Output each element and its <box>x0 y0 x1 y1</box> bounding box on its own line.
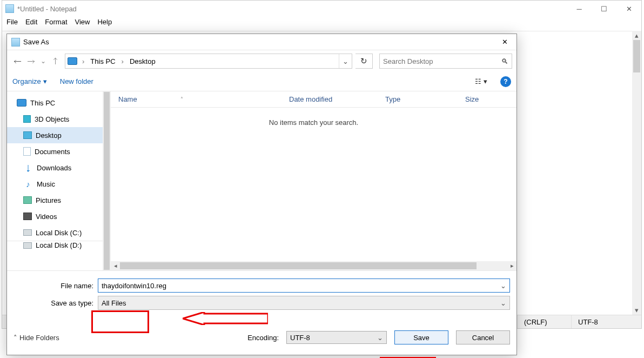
empty-message: No items match your search. <box>111 108 516 137</box>
nav-history-icon[interactable]: ⌄ <box>41 57 46 65</box>
nav-item-label: Music <box>37 180 55 188</box>
notepad-title: *Untitled - Notepad <box>17 5 77 13</box>
chevron-right-icon[interactable]: › <box>81 57 86 65</box>
nav-item-documents[interactable]: Documents <box>7 143 103 160</box>
nav-item-label: Desktop <box>36 131 62 140</box>
dialog-titlebar: Save As ✕ <box>7 34 516 50</box>
column-label: Name <box>118 95 137 103</box>
view-icon: ☷ <box>475 77 481 85</box>
search-box[interactable]: 🔍︎ <box>379 54 512 69</box>
nav-item-label: Pictures <box>36 196 61 204</box>
file-name-label: File name: <box>14 282 93 290</box>
search-icon[interactable]: 🔍︎ <box>501 57 508 65</box>
column-size[interactable]: Size <box>465 95 489 103</box>
dialog-icon <box>11 38 20 47</box>
chevron-down-icon: ▾ <box>43 77 47 85</box>
encoding-label: Encoding: <box>247 334 279 342</box>
dialog-bottom-bar: ˄ Hide Folders Encoding: UTF-8 ⌄ Save Ca… <box>7 316 516 351</box>
nav-pane-scrollbar[interactable] <box>103 91 111 270</box>
cancel-button[interactable]: Cancel <box>456 330 510 344</box>
sort-asc-icon: ˄ <box>180 96 183 102</box>
column-type[interactable]: Type <box>385 95 465 103</box>
pictures-icon <box>23 196 32 204</box>
notepad-icon <box>5 4 14 13</box>
nav-back-icon[interactable]: 🡐 <box>14 57 22 66</box>
scroll-thumb[interactable] <box>120 262 477 269</box>
notepad-vscrollbar[interactable]: ▴ ▾ <box>632 31 641 315</box>
nav-item-3d-objects[interactable]: 3D Objects <box>7 111 103 127</box>
refresh-button[interactable]: ↻ <box>355 54 373 69</box>
chevron-right-icon[interactable]: › <box>120 57 125 65</box>
column-date[interactable]: Date modified <box>289 95 385 103</box>
nav-item-label: Downloads <box>37 164 71 172</box>
status-encoding: UTF-8 <box>571 315 641 328</box>
scroll-thumb[interactable] <box>104 92 110 270</box>
close-button[interactable]: ✕ <box>616 1 641 17</box>
organize-label: Organize <box>12 77 41 85</box>
scroll-up-icon[interactable]: ▴ <box>632 31 641 40</box>
form-area: File name: ⌄ Save as type: All Files ⌄ <box>7 271 516 316</box>
file-name-input[interactable] <box>102 282 497 290</box>
nav-item-label: This PC <box>30 99 55 107</box>
scroll-left-icon[interactable]: ◂ <box>111 262 120 269</box>
menu-help[interactable]: Help <box>97 18 112 28</box>
nav-forward-icon[interactable]: 🡒 <box>27 57 35 66</box>
search-input[interactable] <box>383 57 501 65</box>
nav-item-videos[interactable]: Videos <box>7 208 103 224</box>
breadcrumb-root[interactable]: This PC <box>89 57 116 65</box>
breadcrumb-leaf[interactable]: Desktop <box>129 57 157 65</box>
scroll-right-icon[interactable]: ▸ <box>507 262 516 269</box>
nav-item-downloads[interactable]: ⭣ Downloads <box>7 160 103 176</box>
encoding-select[interactable]: UTF-8 ⌄ <box>286 331 387 344</box>
navigation-pane: This PC 3D Objects Desktop Documents ⭣ D… <box>7 91 111 270</box>
view-mode-button[interactable]: ☷ ▾ <box>475 77 487 85</box>
new-folder-button[interactable]: New folder <box>60 77 93 85</box>
nav-item-this-pc[interactable]: This PC <box>7 95 103 111</box>
address-dropdown-icon[interactable]: ⌄ <box>339 54 352 68</box>
save-button[interactable]: Save <box>394 330 448 344</box>
chevron-up-icon: ˄ <box>14 334 17 342</box>
chevron-down-icon[interactable]: ⌄ <box>497 282 506 290</box>
hide-folders-button[interactable]: ˄ Hide Folders <box>14 334 59 342</box>
nav-item-local-disk-c[interactable]: Local Disk (C:) <box>7 224 103 241</box>
column-name[interactable]: Name ˄ <box>118 95 289 103</box>
pc-icon <box>17 99 26 107</box>
nav-item-pictures[interactable]: Pictures <box>7 192 103 208</box>
minimize-button[interactable]: ─ <box>567 1 592 17</box>
maximize-button[interactable]: ☐ <box>592 1 616 17</box>
status-lineending: (CRLF) <box>517 315 571 328</box>
nav-item-local-disk-d[interactable]: Local Disk (D:) <box>7 241 103 249</box>
hide-folders-label: Hide Folders <box>19 334 59 342</box>
dialog-close-button[interactable]: ✕ <box>493 34 516 50</box>
help-button[interactable]: ? <box>500 76 511 87</box>
dialog-navrow: 🡐 🡒 ⌄ 🡑 › This PC › Desktop ⌄ ↻ 🔍︎ <box>7 50 516 72</box>
downloads-icon: ⭣ <box>23 163 33 173</box>
nav-item-music[interactable]: ♪ Music <box>7 176 103 192</box>
file-name-field[interactable]: ⌄ <box>98 279 510 293</box>
save-as-type-value: All Files <box>102 299 126 307</box>
file-pane-hscrollbar[interactable]: ◂ ▸ <box>111 261 516 270</box>
encoding-value: UTF-8 <box>290 334 310 342</box>
nav-item-label: Documents <box>35 148 70 156</box>
videos-icon <box>23 213 32 220</box>
3d-objects-icon <box>23 115 31 123</box>
chevron-down-icon: ⌄ <box>377 334 383 342</box>
nav-item-desktop[interactable]: Desktop <box>7 127 103 143</box>
save-as-type-select[interactable]: All Files ⌄ <box>98 296 510 310</box>
organize-button[interactable]: Organize ▾ <box>12 77 47 85</box>
scroll-down-icon[interactable]: ▾ <box>632 306 641 315</box>
nav-item-label: Local Disk (D:) <box>36 241 82 249</box>
address-bar[interactable]: › This PC › Desktop ⌄ <box>65 54 352 69</box>
desktop-icon <box>23 131 32 139</box>
scroll-thumb[interactable] <box>633 40 640 72</box>
menu-format[interactable]: Format <box>45 18 67 28</box>
menu-edit[interactable]: Edit <box>25 18 37 28</box>
music-icon: ♪ <box>23 179 33 189</box>
nav-item-label: Local Disk (C:) <box>36 229 82 237</box>
dialog-title: Save As <box>23 38 49 46</box>
nav-up-icon[interactable]: 🡑 <box>51 57 59 66</box>
save-as-type-label: Save as type: <box>14 299 93 307</box>
file-list-pane: Name ˄ Date modified Type Size No items … <box>111 91 516 270</box>
menu-file[interactable]: File <box>6 18 18 28</box>
menu-view[interactable]: View <box>75 18 90 28</box>
